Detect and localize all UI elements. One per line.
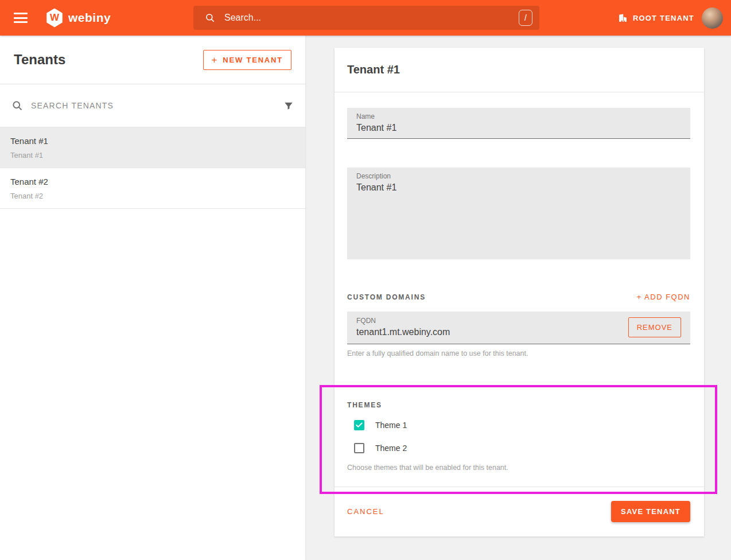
description-field-label: Description xyxy=(356,172,681,180)
tenant-list-item-1[interactable]: Tenant #1 Tenant #1 xyxy=(0,127,305,168)
theme-1-checkbox-row[interactable]: Theme 1 xyxy=(347,420,690,430)
page-title: Tenants xyxy=(14,52,65,68)
checkbox-checked-icon[interactable] xyxy=(354,420,364,430)
tenant-item-subtitle: Tenant #2 xyxy=(10,192,305,200)
description-field-value: Tenant #1 xyxy=(356,182,681,193)
remove-fqdn-button[interactable]: REMOVE xyxy=(628,317,681,337)
user-avatar[interactable] xyxy=(702,7,723,29)
tenant-item-subtitle: Tenant #1 xyxy=(10,151,305,160)
brand-name: webiny xyxy=(68,11,111,25)
tenant-list-item-2[interactable]: Tenant #2 Tenant #2 xyxy=(0,168,305,209)
tenant-form-header: Tenant #1 xyxy=(335,48,704,92)
save-tenant-button[interactable]: SAVE TENANT xyxy=(611,501,690,522)
root-tenant-label: ROOT TENANT xyxy=(633,14,694,22)
themes-section-title: THEMES xyxy=(347,401,690,409)
top-app-bar: W webiny Search... / ROOT TENANT xyxy=(0,0,731,36)
tenant-form-title: Tenant #1 xyxy=(347,63,400,76)
tenants-list-header: Tenants + NEW TENANT xyxy=(0,36,305,84)
form-footer: CANCEL SAVE TENANT xyxy=(347,487,690,535)
new-tenant-button[interactable]: + NEW TENANT xyxy=(203,50,291,70)
tenant-search-bar: SEARCH TENANTS xyxy=(0,84,305,127)
hamburger-menu-icon[interactable] xyxy=(14,13,28,23)
add-fqdn-button[interactable]: + ADD FQDN xyxy=(637,293,690,301)
webiny-hexagon-icon: W xyxy=(46,9,63,28)
tenant-item-title: Tenant #2 xyxy=(10,177,305,186)
name-field-label: Name xyxy=(356,112,681,120)
tenant-item-title: Tenant #1 xyxy=(10,136,305,146)
global-search-input[interactable]: Search... / xyxy=(193,6,539,30)
checkbox-unchecked-icon[interactable] xyxy=(354,443,364,453)
theme-2-checkbox-row[interactable]: Theme 2 xyxy=(347,443,690,453)
custom-domains-header-row: CUSTOM DOMAINS + ADD FQDN xyxy=(347,293,690,301)
theme-2-label: Theme 2 xyxy=(375,444,407,453)
search-placeholder: Search... xyxy=(224,13,519,23)
tenant-form-body: Name Tenant #1 Description Tenant #1 CUS… xyxy=(335,108,704,535)
slash-shortcut-key: / xyxy=(519,10,532,26)
description-field[interactable]: Description Tenant #1 xyxy=(347,168,690,259)
webiny-logo[interactable]: W webiny xyxy=(46,9,111,28)
search-icon xyxy=(205,13,215,23)
plus-icon: + xyxy=(212,56,219,64)
tenant-search-input[interactable]: SEARCH TENANTS xyxy=(31,101,283,110)
tenants-list-panel: Tenants + NEW TENANT SEARCH TENANTS Tena… xyxy=(0,36,305,560)
tenant-details-card: Tenant #1 Name Tenant #1 Description Ten… xyxy=(335,48,704,536)
fqdn-field[interactable]: FQDN tenant1.mt.webiny.com REMOVE xyxy=(347,312,690,344)
fqdn-helper-text: Enter a fully qualified domain name to u… xyxy=(347,349,690,357)
name-field[interactable]: Name Tenant #1 xyxy=(347,108,690,139)
theme-1-label: Theme 1 xyxy=(375,421,407,430)
filter-icon[interactable] xyxy=(283,100,294,111)
name-field-value: Tenant #1 xyxy=(356,123,681,133)
building-icon xyxy=(618,13,628,23)
search-icon xyxy=(11,100,23,111)
fqdn-field-value: tenant1.mt.webiny.com xyxy=(356,327,628,337)
fqdn-field-label: FQDN xyxy=(356,317,628,325)
themes-helper-text: Choose themes that will be enabled for t… xyxy=(347,464,690,472)
custom-domains-section-title: CUSTOM DOMAINS xyxy=(347,293,426,301)
root-tenant-selector[interactable]: ROOT TENANT xyxy=(618,0,694,36)
cancel-button[interactable]: CANCEL xyxy=(347,503,384,520)
